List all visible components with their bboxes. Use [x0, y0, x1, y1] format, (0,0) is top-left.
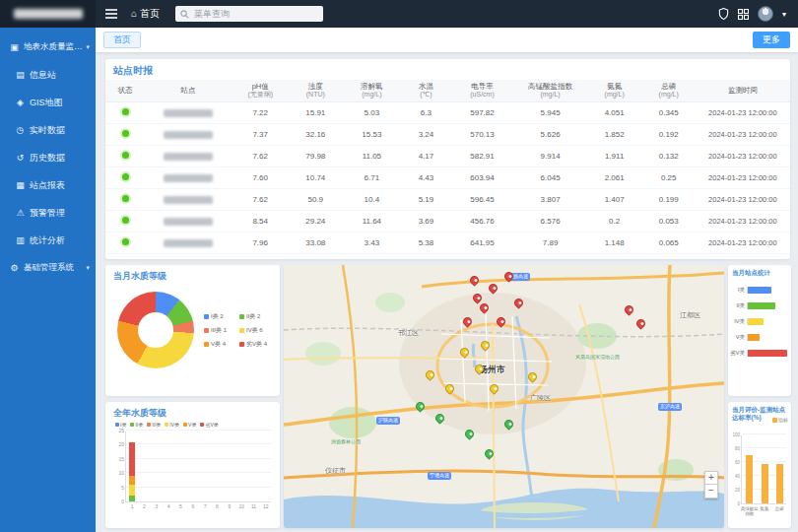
value-cell: 15.91 [289, 102, 342, 124]
value-cell: 5.626 [514, 124, 587, 146]
compliance-bar-chart[interactable]: 020406080100高锰酸盐指数氨氮总磷 [741, 435, 786, 504]
station-name-cell [145, 146, 232, 167]
sidebar-item-info-station[interactable]: ▤信息站 [0, 61, 96, 89]
value-cell: 0.065 [642, 233, 696, 254]
more-button[interactable]: 更多 [753, 32, 790, 48]
menu-search[interactable] [175, 6, 323, 22]
value-cell: 11.64 [342, 211, 401, 233]
sidebar-item-history-data[interactable]: ↺历史数据 [0, 144, 96, 171]
status-dot-normal [122, 130, 129, 137]
stacked-bar-segment[interactable] [129, 476, 135, 485]
annual-legend: I类II类III类IV类V类劣V类 [105, 421, 280, 428]
user-menu-caret-icon[interactable]: ▾ [782, 10, 786, 19]
value-cell: 8.54 [232, 211, 289, 233]
legend-swatch [204, 342, 209, 347]
map-panel[interactable]: 扬州市邗江区江都区广陵区仪征市沪陕高速京沪高速宁通高速启扬高速润扬森林公园凤凰岛… [284, 265, 724, 528]
status-dot-normal [122, 152, 129, 159]
sidebar-item-alert-management[interactable]: ⚠预警管理 [0, 199, 96, 227]
app-logo-area [0, 0, 96, 28]
legend-item: III类 [147, 422, 161, 428]
hbar-bar[interactable] [748, 318, 764, 325]
value-cell: 0.132 [642, 146, 696, 167]
value-cell: 5.19 [401, 189, 450, 211]
annual-stacked-bar-chart[interactable]: 0510152025123456789101112 [125, 432, 271, 502]
station-name-cell [145, 189, 232, 211]
hbar-track [747, 350, 787, 357]
value-cell: 7.96 [232, 233, 289, 254]
map-icon: ◈ [15, 98, 26, 107]
hbar-row: I类 [730, 287, 787, 294]
y-axis-tick: 40 [730, 474, 740, 479]
legend-swatch [115, 423, 119, 427]
user-avatar[interactable] [758, 6, 773, 22]
gridline [126, 472, 271, 473]
value-cell: 0.053 [642, 211, 696, 233]
panel-title-station-stats: 当月站点统计 [728, 265, 791, 277]
x-axis-tick: 4 [163, 503, 174, 509]
hbar-bar[interactable] [748, 287, 771, 294]
hbar-chart[interactable]: I类II类IV类V类劣V类 [728, 277, 791, 361]
legend-swatch [239, 342, 244, 347]
sidebar-item-statistics[interactable]: ▥统计分析 [0, 227, 96, 254]
compliance-bar[interactable] [762, 464, 768, 504]
tab-home[interactable]: 首页 [103, 32, 141, 48]
legend-item: IV类 [165, 422, 179, 428]
y-axis-tick: 20 [110, 441, 124, 447]
y-axis-tick: 80 [730, 446, 740, 451]
clock-icon: ◷ [15, 125, 26, 135]
compliance-bar[interactable] [776, 464, 783, 504]
sidebar-item-system-root[interactable]: ▣地表水质量监测系统▾ [0, 33, 96, 61]
value-cell: 603.94 [450, 167, 513, 189]
map-label-district: 广陵区 [530, 393, 551, 403]
sidebar-collapse-icon[interactable] [105, 9, 117, 19]
hbar-bar[interactable] [748, 350, 787, 357]
legend-label: V类 4 [211, 340, 226, 349]
sidebar-item-label: 站点报表 [30, 179, 65, 192]
column-header: 总磷(mg/L) [642, 80, 696, 102]
value-cell: 15.53 [342, 124, 401, 146]
y-axis-tick: 20 [730, 488, 740, 493]
gridline [126, 500, 271, 501]
hbar-bar[interactable] [748, 334, 760, 341]
value-cell: 582.91 [450, 146, 513, 167]
value-cell: 32.16 [289, 124, 342, 146]
apps-grid-icon[interactable] [738, 9, 749, 20]
donut-chart[interactable] [117, 292, 194, 368]
stacked-bar-segment[interactable] [129, 485, 135, 497]
status-cell [105, 124, 145, 146]
column-header: 监测时间 [696, 80, 790, 102]
map-canvas [284, 265, 724, 528]
map-label-park: 润扬森林公园 [331, 438, 361, 444]
sidebar-item-base-management[interactable]: ⚙基础管理系统▾ [0, 254, 96, 282]
shield-icon[interactable] [718, 8, 729, 20]
zoom-in-button[interactable]: + [704, 471, 718, 485]
sidebar-item-label: 统计分析 [30, 234, 65, 247]
status-cell [105, 233, 145, 254]
station-name-blurred [164, 109, 213, 117]
station-name-cell [145, 124, 232, 146]
value-cell: 5.03 [342, 102, 401, 124]
zoom-out-button[interactable]: − [704, 485, 718, 499]
hbar-category-label: IV类 [730, 318, 745, 325]
sidebar-item-station-report[interactable]: ▦站点报表 [0, 171, 96, 199]
legend-swatch [772, 418, 777, 423]
column-header: 站点 [145, 80, 232, 102]
legend-item: I类 2 [204, 312, 232, 321]
table-row: 7.6010.746.714.43603.946.0452.0610.25202… [105, 167, 790, 189]
hbar-bar[interactable] [748, 302, 775, 309]
sidebar-item-gis-map[interactable]: ◈GIS地图 [0, 89, 96, 116]
value-cell: 7.22 [232, 102, 289, 124]
breadcrumb[interactable]: ⌂ 首页 [131, 7, 160, 21]
x-axis-tick: 2 [138, 503, 150, 509]
legend-item: 劣V类 4 [239, 340, 267, 349]
x-axis-tick: 1 [126, 503, 138, 509]
value-cell: 6.3 [401, 102, 450, 124]
compliance-bar[interactable] [746, 455, 753, 503]
menu-search-input[interactable] [192, 8, 310, 20]
monitor-time-cell: 2024-01-23 12:00:00 [696, 167, 790, 189]
gear-icon: ⚙ [9, 263, 20, 273]
stacked-bar-segment[interactable] [129, 496, 135, 501]
sidebar-item-realtime-data[interactable]: ◷实时数据 [0, 116, 96, 144]
stacked-bar-segment[interactable] [129, 442, 135, 477]
value-cell: 1.911 [587, 146, 642, 167]
